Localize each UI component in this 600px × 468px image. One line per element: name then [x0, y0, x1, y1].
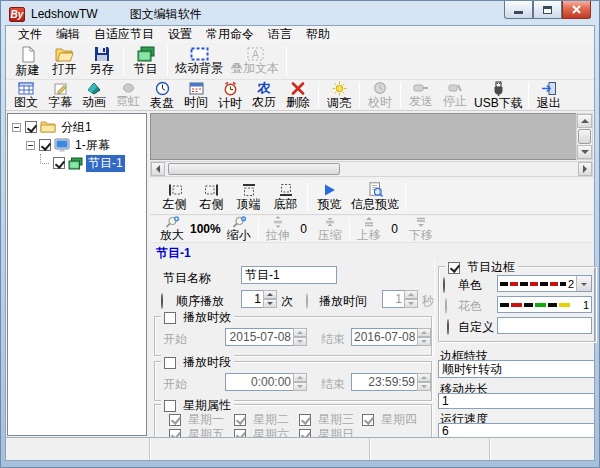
preview-button[interactable]: 预览: [311, 182, 348, 212]
program-checkbox[interactable]: [53, 157, 65, 169]
tree-node-screen[interactable]: 1-屏幕: [10, 136, 144, 154]
tree-program-label[interactable]: 节目-1: [86, 155, 125, 172]
scroll-down-button[interactable]: [577, 145, 592, 159]
vertical-scroll-thumb[interactable]: [578, 129, 591, 144]
close-button[interactable]: [562, 1, 591, 19]
subtitle-pencil-icon: [53, 82, 68, 95]
scroll-left-button[interactable]: [151, 162, 165, 176]
status-cell-2: [150, 438, 370, 460]
stretch-value: 0: [294, 222, 314, 237]
brighten-button[interactable]: 调亮: [322, 80, 356, 111]
border-effect-input[interactable]: [438, 360, 595, 378]
move-down-icon: [415, 216, 427, 228]
period-checkbox[interactable]: [164, 357, 176, 369]
brightness-bulb-icon: [332, 81, 347, 96]
program-name-input[interactable]: [241, 266, 337, 284]
open-button[interactable]: 打开: [46, 46, 83, 77]
lunar-button[interactable]: 农 农历: [247, 80, 281, 110]
tree-group-label[interactable]: 分组1: [59, 119, 94, 136]
timer-button[interactable]: 计时: [213, 80, 247, 111]
menu-edit[interactable]: 编辑: [49, 25, 87, 44]
sequence-count-stepper[interactable]: [241, 290, 277, 308]
period-title: 播放时段: [183, 354, 231, 371]
single-color-combobox[interactable]: 2: [497, 275, 592, 292]
group-checkbox[interactable]: [25, 121, 37, 133]
toolbar-separator: [318, 82, 319, 108]
week-tuesday-checkbox[interactable]: [234, 414, 246, 426]
combobox-dropdown-button[interactable]: [576, 276, 591, 291]
zoom-in-icon: [164, 216, 180, 228]
horizontal-scroll-thumb[interactable]: [168, 163, 340, 175]
subtitle-button[interactable]: 字幕: [43, 81, 77, 110]
period-start-label: 开始: [163, 376, 187, 393]
minimize-button[interactable]: [504, 1, 533, 19]
spin-up-button[interactable]: [263, 290, 277, 299]
spin-down-button[interactable]: [263, 299, 277, 308]
flower-color-radio[interactable]: [445, 298, 447, 314]
align-bottom-button[interactable]: 底部: [267, 182, 304, 212]
week-checkbox[interactable]: [164, 400, 176, 412]
validity-end-stepper: [351, 328, 431, 346]
sequence-play-radio[interactable]: [161, 293, 163, 309]
menu-settings[interactable]: 设置: [161, 25, 199, 44]
toolbar-separator: [359, 82, 360, 108]
zoom-in-button[interactable]: 放大: [156, 215, 188, 243]
align-right-button[interactable]: 右侧: [193, 182, 230, 212]
info-preview-button[interactable]: 信息预览: [348, 181, 402, 212]
week-thursday-checkbox[interactable]: [362, 414, 374, 426]
align-left-button[interactable]: 左侧: [156, 182, 193, 212]
main-panel: 左侧 右侧 顶端 底部 预览: [150, 113, 593, 436]
screen-preview-canvas[interactable]: [150, 113, 576, 160]
new-button[interactable]: 新建: [9, 45, 46, 78]
move-down-button: 下移: [405, 215, 437, 243]
zoom-out-icon: [231, 216, 247, 228]
custom-color-radio[interactable]: [447, 319, 449, 335]
tree-node-group[interactable]: 分组1: [10, 118, 144, 136]
menu-help[interactable]: 帮助: [299, 25, 337, 44]
validity-checkbox[interactable]: [164, 312, 176, 324]
screen-checkbox[interactable]: [39, 139, 51, 151]
collapse-icon[interactable]: [26, 141, 35, 150]
delete-button[interactable]: 删除: [281, 81, 315, 110]
spin-down-button: [404, 299, 418, 308]
align-top-button[interactable]: 顶端: [230, 182, 267, 212]
animation-button[interactable]: 动画: [77, 81, 111, 110]
save-as-button[interactable]: 另存: [83, 45, 120, 77]
vertical-scrollbar[interactable]: [576, 113, 593, 160]
dazzle-background-button[interactable]: 炫动背景: [171, 46, 227, 76]
sequence-count-input[interactable]: [241, 290, 263, 308]
duration-play-radio[interactable]: [306, 293, 308, 309]
tree-screen-label[interactable]: 1-屏幕: [73, 137, 112, 154]
validity-start-input: [225, 328, 293, 346]
move-step-input[interactable]: [438, 393, 595, 409]
scroll-up-button[interactable]: [577, 114, 592, 128]
graphic-button[interactable]: 图文: [9, 81, 43, 110]
flower-color-display[interactable]: 1: [497, 296, 592, 313]
menu-adaptive-program[interactable]: 自适应节目: [87, 25, 161, 44]
custom-color-display[interactable]: [497, 317, 592, 334]
maximize-button[interactable]: [533, 1, 562, 19]
compress-icon: [324, 216, 336, 228]
zoom-out-button[interactable]: 缩小: [223, 215, 255, 243]
exit-button[interactable]: 退出: [532, 80, 566, 111]
week-wednesday-checkbox[interactable]: [299, 414, 311, 426]
menu-language[interactable]: 语言: [261, 25, 299, 44]
single-color-radio[interactable]: [443, 277, 445, 293]
dial-button[interactable]: 表盘: [145, 80, 179, 111]
program-button[interactable]: 节目: [127, 45, 164, 77]
flower-color-label: 花色: [458, 298, 482, 315]
clock-dial-icon: [155, 81, 170, 96]
menu-common-commands[interactable]: 常用命令: [199, 25, 261, 44]
duration-input: [382, 290, 404, 308]
menu-file[interactable]: 文件: [11, 25, 49, 44]
scroll-right-button[interactable]: [578, 162, 592, 176]
title-bar: By LedshowTW 图文编辑软件: [9, 5, 202, 23]
horizontal-scrollbar[interactable]: [150, 161, 593, 177]
time-button[interactable]: 时间: [179, 81, 213, 110]
collapse-icon[interactable]: [12, 123, 21, 132]
week-monday-checkbox[interactable]: [169, 414, 181, 426]
usb-download-button[interactable]: USB下载: [472, 80, 525, 111]
toolbar-separator: [528, 82, 529, 108]
border-checkbox[interactable]: [448, 262, 460, 274]
tree-node-program[interactable]: 节目-1: [10, 154, 144, 172]
